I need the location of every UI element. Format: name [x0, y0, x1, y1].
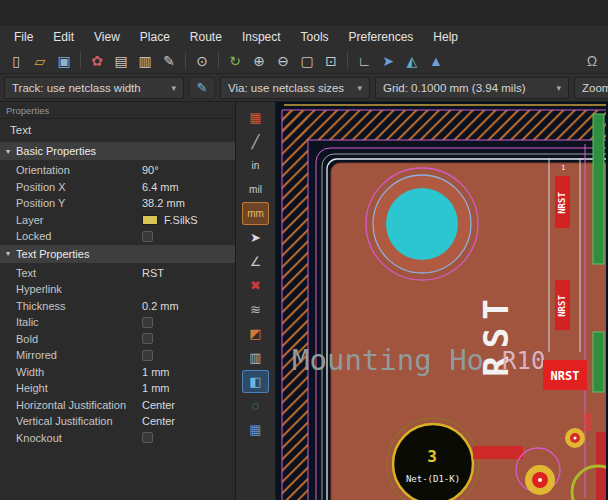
polar-coords-icon[interactable]: ╱ [242, 130, 269, 153]
property-label-italic: Italic [16, 316, 142, 328]
open-board-icon[interactable]: ▱ [28, 50, 52, 72]
menu-item-file[interactable]: File [4, 28, 43, 46]
find-icon[interactable]: ⊙ [190, 50, 214, 72]
menu-item-place[interactable]: Place [130, 28, 180, 46]
property-label-hyperlink: Hyperlink [16, 283, 142, 295]
property-row-thickness: Thickness0.2 mm [0, 298, 235, 315]
drawing-sheet-icon[interactable]: ▦ [242, 418, 269, 441]
zone-fill-icon[interactable]: ◩ [242, 322, 269, 345]
track-width-value: Track: use netclass width [12, 82, 141, 94]
property-value-position-y[interactable]: 38.2 mm [142, 197, 235, 209]
via-size-dropdown[interactable]: Via: use netclass sizes [220, 77, 370, 99]
property-value-vertical-justification[interactable]: Center [142, 415, 235, 427]
ratsnest-hide-icon[interactable]: ✖ [242, 274, 269, 297]
refresh-icon[interactable]: ↻ [223, 50, 247, 72]
property-value-knockout [142, 432, 235, 443]
property-row-knockout: Knockout [0, 430, 235, 447]
property-value-italic [142, 317, 235, 328]
high-contrast-icon[interactable]: ◧ [242, 370, 269, 393]
units-mm-button[interactable]: mm [242, 202, 269, 225]
free-angle-icon[interactable]: ∠ [242, 250, 269, 273]
property-label-height: Height [16, 382, 142, 394]
zone-outline-icon[interactable]: ▥ [242, 346, 269, 369]
cursor-style-icon[interactable]: ➤ [242, 226, 269, 249]
menu-item-preferences[interactable]: Preferences [339, 28, 424, 46]
menu-item-view[interactable]: View [84, 28, 130, 46]
net-inspect-icon[interactable]: ◌ [242, 394, 269, 417]
zoom-out-icon[interactable]: ⊖ [271, 50, 295, 72]
net-name-label: Net-(D1-K) [406, 474, 460, 484]
property-value-orientation[interactable]: 90° [142, 164, 235, 176]
mirrored-checkbox[interactable] [142, 350, 153, 361]
italic-checkbox[interactable] [142, 317, 153, 328]
page-settings-icon[interactable]: ▤ [109, 50, 133, 72]
toolbar-separator [347, 52, 348, 69]
property-label-mirrored: Mirrored [16, 349, 142, 361]
pcb-render: RST Mounting Ho R10 1 NRST NRST NRST [276, 102, 606, 500]
main-toolbar: ▯▱▣✿▤▥✎⊙↻⊕⊖▢⊡∟➤◭▲Ω [0, 48, 608, 74]
curved-ratsnest-icon[interactable]: ≋ [242, 298, 269, 321]
grid-value: Grid: 0.1000 mm (3.94 mils) [383, 82, 526, 94]
property-row-vertical-justification: Vertical JustificationCenter [0, 413, 235, 430]
menu-item-tools[interactable]: Tools [291, 28, 339, 46]
menu-item-edit[interactable]: Edit [43, 28, 84, 46]
layer-toggle-icon[interactable]: ▲ [424, 50, 448, 72]
grid-dots-icon[interactable]: ▦ [242, 106, 269, 129]
toolbar-separator [218, 52, 219, 69]
auto-track-width-button[interactable]: ✎ [189, 77, 215, 99]
new-board-icon[interactable]: ▯ [4, 50, 28, 72]
left-options-toolbar: ▦╱inmilmm➤∠✖≋◩▥◧◌▦ [236, 102, 276, 500]
zoom-in-icon[interactable]: ⊕ [247, 50, 271, 72]
property-label-position-y: Position Y [16, 197, 142, 209]
print-icon[interactable]: ▥ [133, 50, 157, 72]
save-icon[interactable]: ▣ [52, 50, 76, 72]
property-label-layer: Layer [16, 214, 142, 226]
property-value-horizontal-justification[interactable]: Center [142, 399, 235, 411]
section-title: Text Properties [16, 248, 89, 260]
property-label-bold: Bold [16, 333, 142, 345]
ruler-icon[interactable]: ∟ [352, 50, 376, 72]
section-header-basic-properties[interactable]: ▾Basic Properties [0, 142, 235, 160]
highlight-net-icon[interactable]: ➤ [376, 50, 400, 72]
section-title: Basic Properties [16, 145, 96, 157]
section-header-text-properties[interactable]: ▾Text Properties [0, 245, 235, 263]
knockout-checkbox[interactable] [142, 432, 153, 443]
property-row-orientation: Orientation90° [0, 162, 235, 179]
pad-net-mid: NRST [557, 295, 567, 317]
property-value-thickness[interactable]: 0.2 mm [142, 300, 235, 312]
track-width-dropdown[interactable]: Track: use netclass width [4, 77, 184, 99]
menu-bar: FileEditViewPlaceRouteInspectToolsPrefer… [0, 26, 608, 48]
board-setup-icon[interactable]: ✿ [85, 50, 109, 72]
zoom-fit-icon[interactable]: ▢ [295, 50, 319, 72]
property-label-horizontal-justification: Horizontal Justification [16, 399, 142, 411]
pad-net-selected[interactable]: NRST [551, 369, 580, 383]
zoom-selection-icon[interactable]: ⊡ [319, 50, 343, 72]
property-value-width[interactable]: 1 mm [142, 366, 235, 378]
selected-object-type: Text [0, 119, 235, 142]
units-inches-button[interactable]: in [242, 154, 269, 177]
units-mils-button[interactable]: mil [242, 178, 269, 201]
toolbar-separator [185, 52, 186, 69]
layer-color-swatch [142, 215, 158, 225]
property-value-layer[interactable]: F.SilkS [142, 214, 235, 226]
bold-checkbox[interactable] [142, 333, 153, 344]
grid-dropdown[interactable]: Grid: 0.1000 mm (3.94 mils) [375, 77, 569, 99]
menu-item-inspect[interactable]: Inspect [232, 28, 291, 46]
locked-checkbox[interactable] [142, 231, 153, 242]
property-label-text: Text [16, 267, 142, 279]
property-row-bold: Bold [0, 331, 235, 348]
property-value-position-x[interactable]: 6.4 mm [142, 181, 235, 193]
menu-item-route[interactable]: Route [180, 28, 232, 46]
pcb-canvas[interactable]: RST Mounting Ho R10 1 NRST NRST NRST [276, 102, 608, 500]
property-value-height[interactable]: 1 mm [142, 382, 235, 394]
zoom-value: Zoom [582, 82, 608, 94]
plot-icon[interactable]: ✎ [157, 50, 181, 72]
control-toolbar: Track: use netclass width ✎ Via: use net… [0, 74, 608, 102]
via-size-value: Via: use netclass sizes [228, 82, 344, 94]
lock-icon[interactable]: Ω [580, 50, 604, 72]
zoom-dropdown[interactable]: Zoom [574, 77, 608, 99]
title-strip [0, 0, 608, 26]
menu-item-help[interactable]: Help [423, 28, 468, 46]
flip-board-icon[interactable]: ◭ [400, 50, 424, 72]
property-value-text[interactable]: RST [142, 267, 235, 279]
